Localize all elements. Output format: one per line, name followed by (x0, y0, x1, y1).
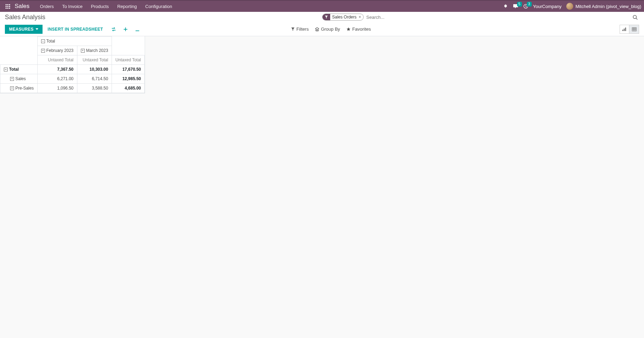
user-menu[interactable]: Mitchell Admin (pivot_view_blog) (566, 3, 641, 10)
measure-header-total[interactable]: Untaxed Total (112, 55, 145, 65)
download-icon[interactable] (131, 25, 143, 33)
flip-axis-icon[interactable] (108, 25, 120, 33)
control-panel-bottom: MEASURES INSERT IN SPREADSHEET Filters G… (0, 22, 644, 36)
filter-icon (323, 14, 330, 20)
top-navbar: Sales Orders To Invoice Products Reporti… (0, 0, 644, 12)
pivot-corner (0, 37, 38, 46)
messages-badge: 5 (517, 2, 522, 7)
expand-all-icon[interactable] (120, 25, 131, 33)
menu-configuration[interactable]: Configuration (141, 0, 176, 12)
expand-icon: + (81, 49, 85, 53)
expand-icon: + (10, 77, 14, 81)
menu-orders[interactable]: Orders (36, 0, 58, 12)
search-options: Filters Group By Favorites (277, 26, 371, 32)
menu-to-invoice[interactable]: To Invoice (58, 0, 87, 12)
collapse-icon: − (41, 39, 45, 43)
search-icon[interactable] (631, 15, 639, 20)
svg-point-1 (633, 15, 636, 18)
row-header-presales[interactable]: +Pre-Sales (0, 84, 38, 93)
cell: 7,367.50 (37, 65, 77, 74)
measures-button[interactable]: MEASURES (5, 25, 43, 34)
cell: 17,670.50 (112, 65, 145, 74)
company-switcher[interactable]: YourCompany (533, 4, 562, 9)
col-header-1[interactable]: +March 2023 (77, 46, 112, 55)
search-input[interactable] (364, 13, 631, 21)
activities-icon[interactable]: 3 (523, 4, 528, 9)
filters-dropdown[interactable]: Filters (291, 26, 309, 32)
search-box[interactable]: Sales Orders × (322, 13, 639, 21)
cell: 4,685.00 (112, 84, 145, 93)
measure-header-1[interactable]: Untaxed Total (77, 55, 112, 65)
svg-rect-4 (625, 28, 626, 31)
measures-label: MEASURES (9, 27, 33, 32)
navbar-right: 5 3 YourCompany Mitchell Admin (pivot_vi… (503, 3, 642, 10)
svg-rect-2 (622, 30, 623, 31)
measure-header-0[interactable]: Untaxed Total (37, 55, 77, 65)
cell: 1,096.50 (37, 84, 77, 93)
menu-products[interactable]: Products (87, 0, 113, 12)
pivot-row: +Pre-Sales 1,096.50 3,588.50 4,685.00 (0, 84, 145, 93)
cell: 3,588.50 (77, 84, 112, 93)
groupby-dropdown[interactable]: Group By (315, 26, 340, 32)
svg-rect-5 (632, 28, 636, 31)
search-facet: Sales Orders × (322, 14, 364, 21)
cell: 10,303.00 (77, 65, 112, 74)
pivot-blank (112, 37, 145, 46)
app-name[interactable]: Sales (15, 3, 30, 10)
row-header-sales[interactable]: +Sales (0, 74, 38, 84)
caret-down-icon (36, 28, 38, 30)
cell: 6,714.50 (77, 74, 112, 84)
control-panel-top: Sales Analysis Sales Orders × (0, 12, 644, 22)
messages-icon[interactable]: 5 (513, 4, 518, 9)
filters-label: Filters (296, 26, 309, 32)
debug-icon[interactable] (503, 4, 508, 9)
search-facet-remove[interactable]: × (358, 15, 363, 20)
page-title: Sales Analysis (5, 14, 322, 21)
pivot-row-total: −Total 7,367.50 10,303.00 17,670.50 (0, 65, 145, 74)
user-name: Mitchell Admin (pivot_view_blog) (575, 4, 641, 9)
graph-view-button[interactable] (620, 25, 629, 34)
menu-reporting[interactable]: Reporting (113, 0, 141, 12)
expand-icon: + (10, 86, 14, 90)
search-facet-label: Sales Orders (330, 15, 358, 20)
avatar-icon (566, 3, 573, 10)
pivot-view-button[interactable] (629, 25, 639, 34)
groupby-label: Group By (321, 26, 340, 32)
apps-menu-icon[interactable] (3, 1, 13, 11)
favorites-dropdown[interactable]: Favorites (346, 26, 371, 32)
collapse-icon: − (4, 68, 8, 71)
cell: 12,985.50 (112, 74, 145, 84)
row-header-total[interactable]: −Total (0, 65, 38, 74)
pivot-row: +Sales 6,271.00 6,714.50 12,985.50 (0, 74, 145, 84)
pivot-table: −Total +February 2023 +March 2023 Untaxe… (0, 36, 145, 93)
col-header-0[interactable]: +February 2023 (37, 46, 77, 55)
cell: 6,271.00 (37, 74, 77, 84)
expand-icon: + (41, 49, 45, 53)
activities-badge: 3 (527, 2, 532, 7)
favorites-label: Favorites (352, 26, 371, 32)
navbar-left: Sales Orders To Invoice Products Reporti… (3, 0, 176, 12)
col-header-total[interactable]: −Total (37, 37, 112, 46)
svg-rect-3 (624, 29, 625, 31)
insert-spreadsheet-button[interactable]: INSERT IN SPREADSHEET (43, 25, 108, 34)
view-switcher (620, 25, 639, 34)
